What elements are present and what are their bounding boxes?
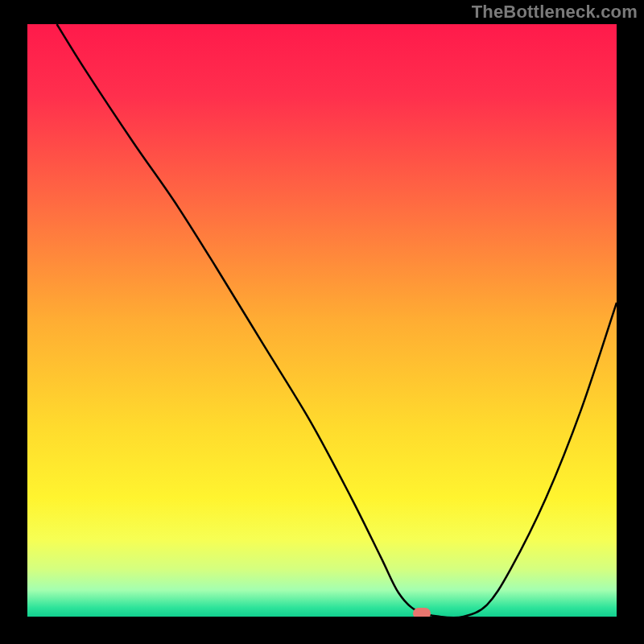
plot-area: [27, 24, 617, 617]
bottleneck-curve: [27, 24, 617, 617]
chart-frame: TheBottleneck.com: [0, 0, 644, 644]
watermark-text: TheBottleneck.com: [472, 2, 638, 23]
optimal-point-marker: [413, 608, 431, 617]
